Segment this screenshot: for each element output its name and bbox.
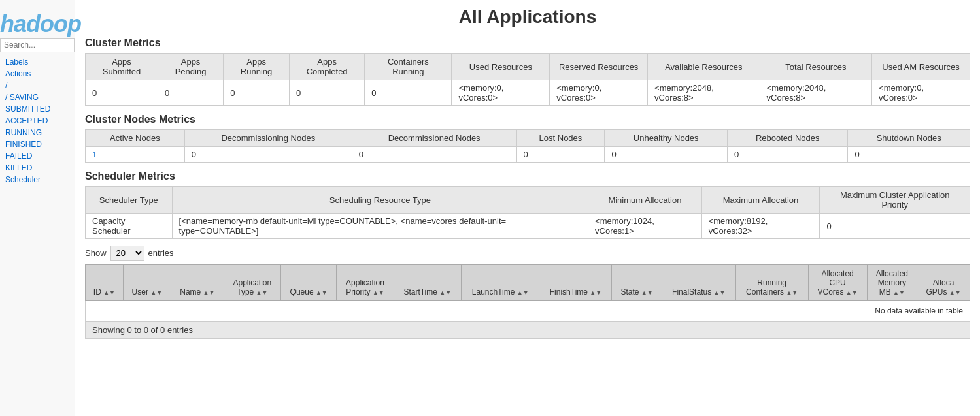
col-running-containers[interactable]: RunningContainers ▲▼ — [735, 265, 808, 301]
col-used-am-resources: Used AM Resources — [872, 54, 970, 80]
cluster-metrics-title: Cluster Metrics — [85, 37, 970, 49]
alloc-cpu-sort-icon: ▲▼ — [846, 289, 858, 296]
page-title: All Applications — [85, 7, 970, 27]
col-apps-pending: Apps Pending — [158, 54, 223, 80]
col-state[interactable]: State ▲▼ — [612, 265, 662, 301]
alloc-gpus-sort-icon: ▲▼ — [949, 289, 961, 296]
col-decommissioning-nodes: Decommissioning Nodes — [184, 130, 352, 147]
val-max-cluster-app-priority: 0 — [820, 214, 970, 239]
app-priority-sort-icon: ▲▼ — [373, 289, 384, 296]
main-content: All Applications Cluster Metrics Apps Su… — [75, 0, 980, 416]
final-status-sort-icon: ▲▼ — [713, 289, 725, 296]
col-final-status[interactable]: FinalStatus ▲▼ — [662, 265, 735, 301]
sidebar-item-labels[interactable]: Labels — [0, 56, 75, 68]
val-lost-nodes: 0 — [516, 147, 605, 163]
col-start-time[interactable]: StartTime ▲▼ — [394, 265, 461, 301]
start-time-sort-icon: ▲▼ — [439, 289, 451, 296]
logo-h: h — [0, 10, 14, 37]
col-total-resources: Total Resources — [760, 54, 872, 80]
sidebar-item-saving[interactable]: / SAVING — [0, 91, 75, 103]
col-finish-time[interactable]: FinishTime ▲▼ — [539, 265, 612, 301]
col-allocated-memory-mb[interactable]: AllocatedMemoryMB ▲▼ — [867, 265, 917, 301]
col-id[interactable]: ID ▲▼ — [86, 265, 124, 301]
sidebar-item-accepted[interactable]: ACCEPTED — [0, 115, 75, 127]
sidebar-item-finished[interactable]: FINISHED — [0, 138, 75, 150]
val-used-resources: <memory:0, vCores:0> — [452, 80, 550, 106]
showing-text: Showing 0 to 0 of 0 entries — [92, 325, 193, 335]
show-entries-bar: Show 10 20 50 100 entries — [85, 246, 970, 261]
running-containers-sort-icon: ▲▼ — [786, 289, 798, 296]
col-apps-submitted: Apps Submitted — [86, 54, 158, 80]
sidebar-item-submitted[interactable]: SUBMITTED — [0, 103, 75, 115]
sidebar-search-input[interactable] — [0, 38, 75, 52]
col-user[interactable]: User ▲▼ — [123, 265, 171, 301]
no-data-row: No data available in table — [86, 301, 970, 321]
col-maximum-allocation: Maximum Allocation — [701, 187, 820, 214]
user-sort-icon: ▲▼ — [150, 289, 162, 296]
col-queue[interactable]: Queue ▲▼ — [280, 265, 336, 301]
sidebar-item-running[interactable]: RUNNING — [0, 127, 75, 138]
val-apps-running: 0 — [224, 80, 290, 106]
val-apps-submitted: 0 — [86, 80, 158, 106]
sidebar-item-scheduler[interactable]: Scheduler — [0, 174, 75, 185]
col-apps-completed: Apps Completed — [290, 54, 365, 80]
alloc-mem-sort-icon: ▲▼ — [893, 289, 905, 296]
logo-area: hadoop — [0, 5, 75, 38]
col-launch-time[interactable]: LaunchTime ▲▼ — [461, 265, 539, 301]
sidebar-item-killed[interactable]: KILLED — [0, 162, 75, 174]
col-allocated-gpus[interactable]: AllocaGPUs ▲▼ — [917, 265, 970, 301]
id-sort-icon: ▲▼ — [103, 289, 115, 296]
entries-label: entries — [148, 248, 174, 258]
val-total-resources: <memory:2048, vCores:8> — [760, 80, 872, 106]
col-application-type[interactable]: ApplicationType ▲▼ — [224, 265, 280, 301]
sidebar: hadoop Labels Actions / / SAVING SUBMITT… — [0, 0, 75, 416]
col-shutdown-nodes: Shutdown Nodes — [848, 130, 970, 147]
scheduler-metrics-title: Scheduler Metrics — [85, 170, 970, 182]
col-decommissioned-nodes: Decommissioned Nodes — [352, 130, 516, 147]
col-apps-running: Apps Running — [224, 54, 290, 80]
col-name[interactable]: Name ▲▼ — [171, 265, 224, 301]
hadoop-logo: hadoop — [0, 10, 69, 38]
val-maximum-allocation: <memory:8192, vCores:32> — [701, 214, 820, 239]
val-shutdown-nodes: 0 — [848, 147, 970, 163]
sidebar-item-failed[interactable]: FAILED — [0, 150, 75, 162]
finish-time-sort-icon: ▲▼ — [590, 289, 601, 296]
active-nodes-link[interactable]: 1 — [92, 150, 97, 159]
val-apps-completed: 0 — [290, 80, 365, 106]
val-scheduling-resource-type: [<name=memory-mb default-unit=Mi type=CO… — [172, 214, 588, 239]
val-active-nodes: 1 — [86, 147, 185, 163]
entries-select[interactable]: 10 20 50 100 — [110, 246, 144, 261]
col-minimum-allocation: Minimum Allocation — [588, 187, 702, 214]
col-rebooted-nodes: Rebooted Nodes — [728, 130, 848, 147]
launch-time-sort-icon: ▲▼ — [517, 289, 529, 296]
cluster-metrics-table: Apps Submitted Apps Pending Apps Running… — [85, 53, 970, 106]
col-application-priority[interactable]: ApplicationPriority ▲▼ — [337, 265, 394, 301]
val-minimum-allocation: <memory:1024, vCores:1> — [588, 214, 702, 239]
app-type-sort-icon: ▲▼ — [256, 289, 268, 296]
name-sort-icon: ▲▼ — [203, 289, 215, 296]
val-used-am-resources: <memory:0, vCores:0> — [872, 80, 970, 106]
val-decommissioning-nodes: 0 — [184, 147, 352, 163]
col-max-cluster-app-priority: Maximum Cluster Application Priority — [820, 187, 970, 214]
col-containers-running: Containers Running — [365, 54, 452, 80]
sidebar-scroll: Labels Actions / / SAVING SUBMITTED ACCE… — [0, 38, 75, 185]
col-scheduler-type: Scheduler Type — [86, 187, 173, 214]
val-reserved-resources: <memory:0, vCores:0> — [550, 80, 648, 106]
val-containers-running: 0 — [365, 80, 452, 106]
cluster-nodes-metrics-table: Active Nodes Decommissioning Nodes Decom… — [85, 129, 970, 163]
col-unhealthy-nodes: Unhealthy Nodes — [605, 130, 728, 147]
col-available-resources: Available Resources — [648, 54, 760, 80]
val-available-resources: <memory:2048, vCores:8> — [648, 80, 760, 106]
logo-adoop: adoop — [14, 10, 81, 37]
sidebar-nav: Labels Actions / / SAVING SUBMITTED ACCE… — [0, 56, 75, 185]
sidebar-item-actions[interactable]: Actions — [0, 68, 75, 80]
cluster-nodes-metrics-title: Cluster Nodes Metrics — [85, 114, 970, 125]
col-allocated-cpu-vcores[interactable]: AllocatedCPUVCores ▲▼ — [808, 265, 867, 301]
val-scheduler-type: Capacity Scheduler — [86, 214, 173, 239]
val-rebooted-nodes: 0 — [728, 147, 848, 163]
val-decommissioned-nodes: 0 — [352, 147, 516, 163]
val-apps-pending: 0 — [158, 80, 223, 106]
sidebar-item-root[interactable]: / — [0, 80, 75, 91]
scheduler-metrics-table: Scheduler Type Scheduling Resource Type … — [85, 186, 970, 239]
col-reserved-resources: Reserved Resources — [550, 54, 648, 80]
